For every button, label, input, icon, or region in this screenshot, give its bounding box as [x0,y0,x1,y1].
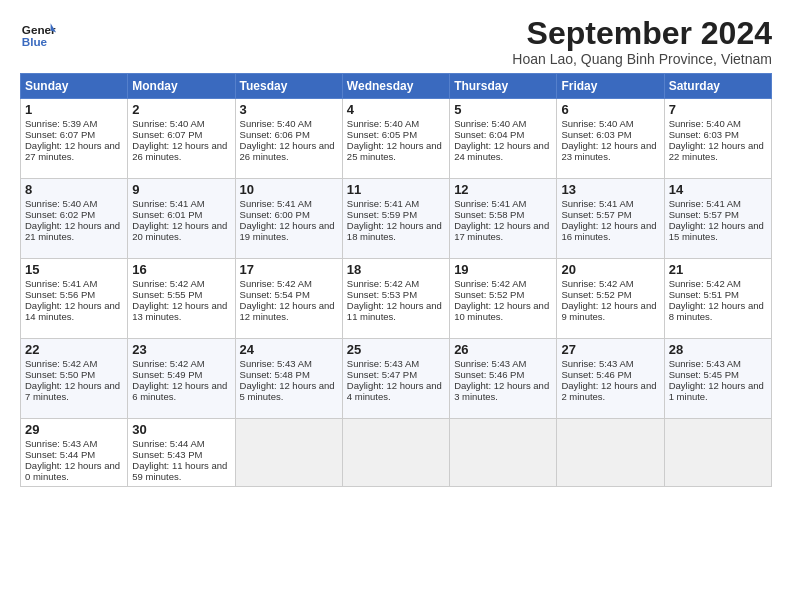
col-header-friday: Friday [557,74,664,99]
calendar-cell: 18Sunrise: 5:42 AMSunset: 5:53 PMDayligh… [342,259,449,339]
calendar-cell [235,419,342,487]
calendar-cell: 15Sunrise: 5:41 AMSunset: 5:56 PMDayligh… [21,259,128,339]
daylight: Daylight: 12 hours and 27 minutes. [25,140,123,162]
day-number: 10 [240,182,338,197]
sunrise: Sunrise: 5:43 AM [240,358,338,369]
sunset: Sunset: 6:07 PM [25,129,123,140]
calendar-cell: 17Sunrise: 5:42 AMSunset: 5:54 PMDayligh… [235,259,342,339]
day-number: 5 [454,102,552,117]
sunset: Sunset: 5:56 PM [25,289,123,300]
sunset: Sunset: 6:04 PM [454,129,552,140]
page: General Blue September 2024 Hoan Lao, Qu… [0,0,792,497]
day-number: 12 [454,182,552,197]
calendar-cell: 2Sunrise: 5:40 AMSunset: 6:07 PMDaylight… [128,99,235,179]
sunset: Sunset: 5:46 PM [454,369,552,380]
calendar-cell: 13Sunrise: 5:41 AMSunset: 5:57 PMDayligh… [557,179,664,259]
calendar-cell: 10Sunrise: 5:41 AMSunset: 6:00 PMDayligh… [235,179,342,259]
sunset: Sunset: 5:55 PM [132,289,230,300]
calendar-cell: 19Sunrise: 5:42 AMSunset: 5:52 PMDayligh… [450,259,557,339]
col-header-monday: Monday [128,74,235,99]
sunrise: Sunrise: 5:43 AM [561,358,659,369]
sunset: Sunset: 5:46 PM [561,369,659,380]
day-number: 14 [669,182,767,197]
sunrise: Sunrise: 5:43 AM [25,438,123,449]
daylight: Daylight: 12 hours and 26 minutes. [240,140,338,162]
calendar-cell [342,419,449,487]
daylight: Daylight: 12 hours and 25 minutes. [347,140,445,162]
sunrise: Sunrise: 5:43 AM [669,358,767,369]
col-header-tuesday: Tuesday [235,74,342,99]
sunset: Sunset: 6:05 PM [347,129,445,140]
daylight: Daylight: 12 hours and 7 minutes. [25,380,123,402]
month-title: September 2024 [512,16,772,51]
calendar-cell: 23Sunrise: 5:42 AMSunset: 5:49 PMDayligh… [128,339,235,419]
day-number: 16 [132,262,230,277]
calendar-cell: 9Sunrise: 5:41 AMSunset: 6:01 PMDaylight… [128,179,235,259]
sunset: Sunset: 5:59 PM [347,209,445,220]
sunrise: Sunrise: 5:41 AM [347,198,445,209]
day-number: 9 [132,182,230,197]
subtitle: Hoan Lao, Quang Binh Province, Vietnam [512,51,772,67]
sunrise: Sunrise: 5:42 AM [132,358,230,369]
header: General Blue September 2024 Hoan Lao, Qu… [20,16,772,67]
daylight: Daylight: 12 hours and 13 minutes. [132,300,230,322]
sunset: Sunset: 6:03 PM [669,129,767,140]
sunset: Sunset: 5:47 PM [347,369,445,380]
calendar-cell: 27Sunrise: 5:43 AMSunset: 5:46 PMDayligh… [557,339,664,419]
sunrise: Sunrise: 5:41 AM [240,198,338,209]
daylight: Daylight: 12 hours and 0 minutes. [25,460,123,482]
title-area: September 2024 Hoan Lao, Quang Binh Prov… [512,16,772,67]
sunrise: Sunrise: 5:40 AM [454,118,552,129]
calendar-cell: 21Sunrise: 5:42 AMSunset: 5:51 PMDayligh… [664,259,771,339]
calendar-cell [450,419,557,487]
sunrise: Sunrise: 5:43 AM [347,358,445,369]
daylight: Daylight: 12 hours and 18 minutes. [347,220,445,242]
calendar-cell: 22Sunrise: 5:42 AMSunset: 5:50 PMDayligh… [21,339,128,419]
day-number: 17 [240,262,338,277]
sunrise: Sunrise: 5:39 AM [25,118,123,129]
sunset: Sunset: 6:03 PM [561,129,659,140]
daylight: Daylight: 12 hours and 21 minutes. [25,220,123,242]
day-number: 20 [561,262,659,277]
daylight: Daylight: 12 hours and 2 minutes. [561,380,659,402]
logo: General Blue [20,16,56,52]
calendar-cell: 3Sunrise: 5:40 AMSunset: 6:06 PMDaylight… [235,99,342,179]
calendar-cell: 4Sunrise: 5:40 AMSunset: 6:05 PMDaylight… [342,99,449,179]
calendar-cell [664,419,771,487]
sunrise: Sunrise: 5:42 AM [132,278,230,289]
col-header-wednesday: Wednesday [342,74,449,99]
sunset: Sunset: 5:51 PM [669,289,767,300]
day-number: 7 [669,102,767,117]
sunrise: Sunrise: 5:41 AM [132,198,230,209]
day-number: 15 [25,262,123,277]
daylight: Daylight: 12 hours and 6 minutes. [132,380,230,402]
day-number: 18 [347,262,445,277]
daylight: Daylight: 12 hours and 12 minutes. [240,300,338,322]
sunrise: Sunrise: 5:43 AM [454,358,552,369]
day-number: 2 [132,102,230,117]
sunset: Sunset: 6:07 PM [132,129,230,140]
daylight: Daylight: 12 hours and 26 minutes. [132,140,230,162]
sunrise: Sunrise: 5:40 AM [25,198,123,209]
sunset: Sunset: 5:50 PM [25,369,123,380]
calendar-cell: 8Sunrise: 5:40 AMSunset: 6:02 PMDaylight… [21,179,128,259]
day-number: 23 [132,342,230,357]
daylight: Daylight: 12 hours and 22 minutes. [669,140,767,162]
calendar-cell: 20Sunrise: 5:42 AMSunset: 5:52 PMDayligh… [557,259,664,339]
sunset: Sunset: 5:54 PM [240,289,338,300]
col-header-saturday: Saturday [664,74,771,99]
sunset: Sunset: 6:06 PM [240,129,338,140]
calendar-cell: 28Sunrise: 5:43 AMSunset: 5:45 PMDayligh… [664,339,771,419]
daylight: Daylight: 12 hours and 15 minutes. [669,220,767,242]
sunrise: Sunrise: 5:41 AM [669,198,767,209]
day-number: 1 [25,102,123,117]
sunrise: Sunrise: 5:40 AM [347,118,445,129]
daylight: Daylight: 12 hours and 17 minutes. [454,220,552,242]
day-number: 25 [347,342,445,357]
sunrise: Sunrise: 5:42 AM [669,278,767,289]
calendar-cell: 30Sunrise: 5:44 AMSunset: 5:43 PMDayligh… [128,419,235,487]
calendar-cell: 26Sunrise: 5:43 AMSunset: 5:46 PMDayligh… [450,339,557,419]
sunset: Sunset: 5:57 PM [561,209,659,220]
daylight: Daylight: 12 hours and 1 minute. [669,380,767,402]
daylight: Daylight: 12 hours and 24 minutes. [454,140,552,162]
